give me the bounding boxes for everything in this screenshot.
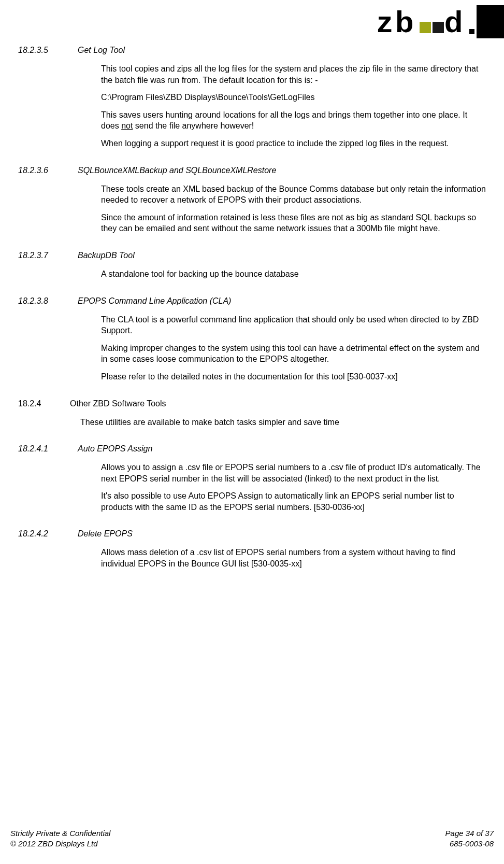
heading-title: EPOPS Command Line Application (CLA) [78,296,486,306]
paragraph: Since the amount of information retained… [101,212,486,234]
section-18-2-3-6: 18.2.3.6 SQLBounceXMLBackup and SQLBounc… [18,166,486,234]
page-footer: Strictly Private & Confidential © 2012 Z… [10,828,494,848]
paragraph: A standalone tool for backing up the bou… [101,268,486,280]
svg-rect-3 [433,22,444,33]
underlined-text: not [121,121,133,130]
heading: 18.2.3.5 Get Log Tool [18,46,486,55]
paragraph: Allows you to assign a .csv file or EPOP… [101,462,486,484]
heading-number: 18.2.3.7 [18,251,78,260]
heading-title: Get Log Tool [78,46,486,55]
paragraph: This saves users hunting around location… [101,109,486,132]
heading-title: Delete EPOPS [78,529,486,539]
confidential-label: Strictly Private & Confidential [10,828,110,839]
section-18-2-4-2: 18.2.4.2 Delete EPOPS Allows mass deleti… [18,529,486,569]
text: send the file anywhere however! [133,121,254,130]
heading-number: 18.2.4.1 [18,444,78,454]
svg-rect-5 [469,29,474,34]
heading: 18.2.3.8 EPOPS Command Line Application … [18,296,486,306]
heading-number: 18.2.3.8 [18,296,78,306]
paragraph: Please refer to the detailed notes in th… [101,371,486,383]
heading-number: 18.2.3.6 [18,166,78,175]
zbd-logo-icon: z b d [377,5,504,38]
paragraph: C:\Program Files\ZBD Displays\Bounce\Too… [101,92,486,103]
document-number: 685-0003-08 [445,839,494,849]
heading-title: Other ZBD Software Tools [70,399,486,408]
paragraph: The CLA tool is a powerful command line … [101,314,486,336]
svg-rect-2 [420,22,431,33]
section-18-2-3-8: 18.2.3.8 EPOPS Command Line Application … [18,296,486,383]
heading: 18.2.4 Other ZBD Software Tools [18,399,486,408]
heading-title: SQLBounceXMLBackup and SQLBounceXMLResto… [78,166,486,175]
paragraph: Making improper changes to the system us… [101,343,486,365]
heading: 18.2.3.6 SQLBounceXMLBackup and SQLBounc… [18,166,486,175]
footer-left: Strictly Private & Confidential © 2012 Z… [10,828,110,848]
document-content: 18.2.3.5 Get Log Tool This tool copies a… [18,0,486,570]
heading-title: Auto EPOPS Assign [78,444,486,454]
svg-text:z: z [377,5,392,38]
section-18-2-4: 18.2.4 Other ZBD Software Tools These ut… [18,399,486,428]
heading-number: 18.2.4 [18,399,70,408]
svg-rect-6 [477,5,504,38]
heading: 18.2.3.7 BackupDB Tool [18,251,486,260]
section-18-2-4-1: 18.2.4.1 Auto EPOPS Assign Allows you to… [18,444,486,513]
section-18-2-3-7: 18.2.3.7 BackupDB Tool A standalone tool… [18,251,486,280]
heading: 18.2.4.1 Auto EPOPS Assign [18,444,486,454]
page-number: Page 34 of 37 [445,828,494,839]
paragraph: These tools create an XML based backup o… [101,183,486,206]
section-18-2-3-5: 18.2.3.5 Get Log Tool This tool copies a… [18,46,486,149]
paragraph: When logging a support request it is goo… [101,138,486,149]
logo: z b d [377,5,504,38]
heading-number: 18.2.4.2 [18,529,78,539]
svg-text:d: d [444,5,463,38]
footer-right: Page 34 of 37 685-0003-08 [445,828,494,848]
heading-number: 18.2.3.5 [18,46,78,55]
paragraph: Allows mass deletion of a .csv list of E… [101,547,486,569]
svg-text:b: b [395,5,413,38]
paragraph: It's also possible to use Auto EPOPS Ass… [101,490,486,513]
heading: 18.2.4.2 Delete EPOPS [18,529,486,539]
paragraph: These utilities are available to make ba… [80,417,486,428]
copyright-label: © 2012 ZBD Displays Ltd [10,839,110,849]
paragraph: This tool copies and zips all the log fi… [101,63,486,86]
heading-title: BackupDB Tool [78,251,486,260]
